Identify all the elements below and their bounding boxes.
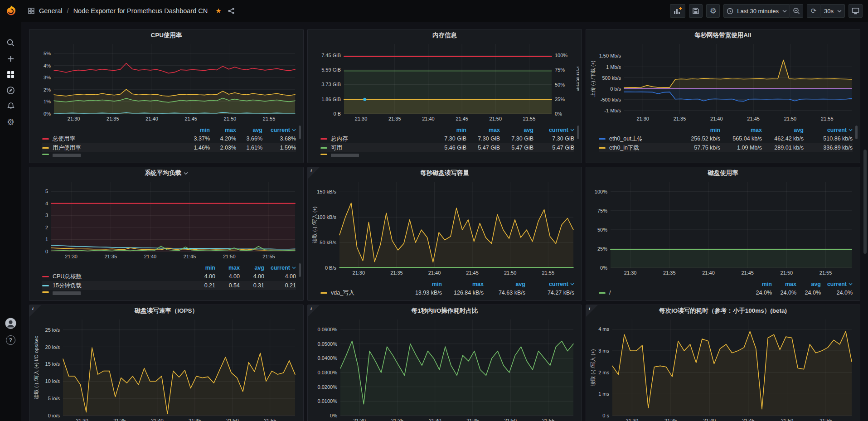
legend-series-label[interactable]: 用户使用率 <box>42 144 184 152</box>
legend-sort-current[interactable]: current <box>264 265 296 271</box>
legend-series-label[interactable]: eth0_out上传 <box>599 135 679 143</box>
legend-series-label[interactable]: 总使用率 <box>42 135 184 143</box>
legend-sort-current[interactable]: current <box>525 281 574 287</box>
sidebar-item-create[interactable] <box>6 53 16 63</box>
breadcrumb: General / Node Exporter for Prometheus D… <box>28 7 235 15</box>
legend-sort-avg[interactable]: avg <box>762 127 804 133</box>
panel-chart[interactable]: 21:3021:3521:4021:4521:5021:551.50 Mb/s1… <box>590 41 856 125</box>
legend-sort-current[interactable]: current <box>262 127 296 133</box>
legend-sort-max[interactable]: max <box>215 265 240 271</box>
panel-header[interactable]: 系统平均负载 <box>29 167 303 179</box>
sidebar-item-alerting[interactable] <box>6 101 16 111</box>
legend-sort-min[interactable]: min <box>747 281 772 287</box>
legend-sort-avg[interactable]: avg <box>236 127 262 133</box>
page-scrollbar-thumb[interactable] <box>863 150 867 254</box>
panel-header[interactable]: 磁盘读写速率（IOPS） <box>29 305 303 317</box>
panel-header[interactable]: 内存信息 <box>308 29 582 41</box>
legend-series-label[interactable]: 可用 <box>320 144 433 152</box>
legend-sort-min[interactable]: min <box>679 127 720 133</box>
legend-sort-min[interactable]: min <box>400 281 442 287</box>
legend-sort-current[interactable]: current <box>821 281 853 287</box>
legend-series-label[interactable]: / <box>599 290 747 296</box>
svg-text:5 io/s: 5 io/s <box>48 396 60 401</box>
dashboards-grid-icon <box>7 71 15 78</box>
panel-chart[interactable]: 21:3021:3521:4021:4521:5021:55012345 <box>33 179 300 262</box>
info-icon[interactable]: i <box>308 305 320 317</box>
legend-sort-avg[interactable]: avg <box>240 265 264 271</box>
refresh-button[interactable]: ⟳ <box>807 4 820 18</box>
breadcrumb-section[interactable]: General <box>39 7 63 15</box>
refresh-interval-picker[interactable]: 30s <box>820 4 845 18</box>
legend-sort-avg[interactable]: avg <box>500 127 533 133</box>
panel-chart[interactable]: 21:3021:3521:4021:4521:5021:550 B/s50 kB… <box>311 179 578 279</box>
legend-series-label[interactable]: 15分钟负载 <box>42 282 191 290</box>
favorite-star-icon[interactable]: ★ <box>215 7 221 15</box>
legend-scrollbar[interactable] <box>299 126 301 139</box>
legend-scrollbar[interactable] <box>577 126 579 139</box>
legend-sort-min[interactable]: min <box>433 127 466 133</box>
legend-sort-max[interactable]: max <box>720 127 762 133</box>
page-scrollbar[interactable] <box>863 22 867 421</box>
svg-text:21:40: 21:40 <box>429 418 441 421</box>
legend-row: eth0_in下载57.75 kb/s1.09 Mb/s289.01 kb/s3… <box>599 143 853 152</box>
legend-sort-min[interactable]: min <box>184 127 210 133</box>
grafana-logo[interactable] <box>4 4 18 18</box>
info-icon[interactable]: i <box>586 305 598 317</box>
legend-sort-avg[interactable]: avg <box>484 281 525 287</box>
info-icon[interactable]: i <box>29 305 41 317</box>
svg-text:75%: 75% <box>597 208 607 213</box>
legend-sort-current[interactable]: current <box>804 127 853 133</box>
panel-header[interactable]: 每次IO读写的耗时（参考：小于100ms）(beta) <box>586 305 860 317</box>
panel-header[interactable]: 每秒磁盘读写容量 <box>308 167 582 179</box>
sidebar-item-configuration[interactable]: ⚙ <box>6 117 16 127</box>
legend-series-label[interactable]: CPU总核数 <box>42 273 191 281</box>
legend-sort-max[interactable]: max <box>442 281 484 287</box>
dashboard-settings-button[interactable]: ⚙ <box>706 4 720 18</box>
share-icon[interactable] <box>228 7 235 15</box>
svg-text:21:55: 21:55 <box>820 270 832 276</box>
save-dashboard-button[interactable] <box>689 4 703 18</box>
panel-chart[interactable]: 21:3021:3521:4021:4521:5021:550%0.0100%0… <box>311 317 578 421</box>
panel-header[interactable]: 每1秒内I/O操作耗时占比 <box>308 305 582 317</box>
panel-chart[interactable]: 21:3021:3521:4021:4521:5021:550 s1 ms2 m… <box>590 317 856 421</box>
dashboard-title[interactable]: Node Exporter for Prometheus Dashboard C… <box>73 7 208 15</box>
legend-sort-max[interactable]: max <box>466 127 500 133</box>
svg-text:21:45: 21:45 <box>456 116 468 121</box>
svg-text:25 io/s: 25 io/s <box>45 327 60 333</box>
panel-title: 每秒网络带宽使用All <box>694 31 751 39</box>
svg-text:21:55: 21:55 <box>264 418 276 421</box>
time-range-picker[interactable]: Last 30 minutes <box>723 4 790 18</box>
panel-header[interactable]: CPU使用率 <box>29 29 303 41</box>
legend-sort-max[interactable]: max <box>210 127 236 133</box>
panel-chart[interactable]: 21:3021:3521:4021:4521:5021:550 io/s5 io… <box>33 317 300 421</box>
sidebar-item-dashboards[interactable] <box>6 69 16 79</box>
legend-series-label[interactable]: vda_写入 <box>320 289 400 297</box>
legend-sort-current[interactable]: current <box>533 127 574 133</box>
panel-legend: minmaxavgcurrenteth0_out上传256.52 kb/s565… <box>586 125 860 152</box>
legend-sort-max[interactable]: max <box>772 281 796 287</box>
sidebar-item-search[interactable] <box>6 38 16 48</box>
panel-chart[interactable]: 21:3021:3521:4021:4521:5021:550%25%50%75… <box>590 179 856 279</box>
panel-header[interactable]: 每秒网络带宽使用All <box>586 29 860 41</box>
legend-series-label[interactable]: 总内存 <box>320 135 433 143</box>
avatar[interactable] <box>5 318 16 329</box>
legend-series-label[interactable]: eth0_in下载 <box>599 144 679 152</box>
kiosk-mode-button[interactable] <box>849 4 863 18</box>
svg-text:21:55: 21:55 <box>542 270 555 276</box>
legend-scrollbar[interactable] <box>855 126 858 139</box>
panel-mem: 内存信息 21:3021:3521:4021:4521:5021:550 B1.… <box>307 29 582 163</box>
legend-sort-avg[interactable]: avg <box>796 281 821 287</box>
panel-chart[interactable]: 21:3021:3521:4021:4521:5021:550 B1.86 Gi… <box>311 41 578 125</box>
zoom-out-button[interactable] <box>790 4 803 18</box>
legend-sort-min[interactable]: min <box>191 265 215 271</box>
add-panel-button[interactable] <box>670 4 685 18</box>
legend-scrollbar[interactable] <box>299 263 301 277</box>
panel-chart[interactable]: 21:3021:3521:4021:4521:5021:550%1%2%3%4%… <box>33 41 300 125</box>
svg-text:0.0500%: 0.0500% <box>318 341 338 347</box>
panel-header[interactable]: 磁盘使用率 <box>586 167 860 179</box>
sidebar-item-explore[interactable] <box>6 85 16 95</box>
sort-caret-icon <box>292 129 296 131</box>
info-icon[interactable]: i <box>308 167 320 179</box>
help-icon[interactable]: ? <box>6 335 15 345</box>
legend-row: 用户使用率1.46%2.03%1.61%1.59% <box>42 143 296 152</box>
